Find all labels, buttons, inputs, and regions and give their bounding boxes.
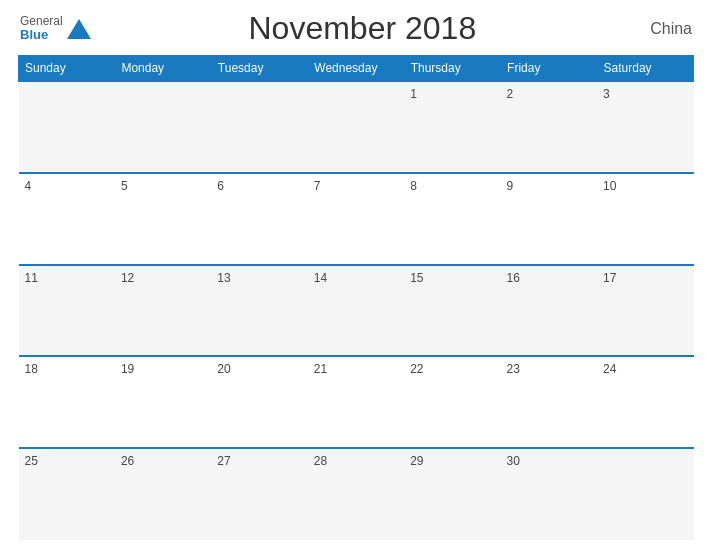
day-cell: 21 [308,356,404,448]
header-saturday: Saturday [597,56,693,82]
day-cell: 5 [115,173,211,265]
day-cell: 7 [308,173,404,265]
day-number: 16 [507,271,520,285]
day-cell: 9 [501,173,597,265]
day-cell: 18 [19,356,115,448]
calendar-container: General Blue November 2018 China Sunday … [0,0,712,550]
day-number: 22 [410,362,423,376]
day-cell: 28 [308,448,404,540]
day-number: 4 [25,179,32,193]
calendar-header: General Blue November 2018 China [18,10,694,47]
calendar-table: Sunday Monday Tuesday Wednesday Thursday… [18,55,694,540]
day-number: 11 [25,271,38,285]
day-cell: 27 [211,448,307,540]
svg-marker-0 [67,19,91,39]
logo: General Blue [20,15,93,43]
day-cell: 4 [19,173,115,265]
day-cell: 26 [115,448,211,540]
header-sunday: Sunday [19,56,115,82]
day-cell: 19 [115,356,211,448]
day-cell: 23 [501,356,597,448]
day-cell: 14 [308,265,404,357]
day-cell [115,81,211,173]
day-cell: 16 [501,265,597,357]
day-cell: 8 [404,173,500,265]
day-cell: 3 [597,81,693,173]
day-number: 5 [121,179,128,193]
header-friday: Friday [501,56,597,82]
header-wednesday: Wednesday [308,56,404,82]
day-number: 1 [410,87,417,101]
day-cell: 20 [211,356,307,448]
day-number: 10 [603,179,616,193]
day-cell: 24 [597,356,693,448]
day-number: 20 [217,362,230,376]
calendar-title: November 2018 [93,10,632,47]
day-cell [308,81,404,173]
day-number: 6 [217,179,224,193]
day-number: 29 [410,454,423,468]
day-cell: 25 [19,448,115,540]
header-tuesday: Tuesday [211,56,307,82]
week-row-1: 123 [19,81,694,173]
day-cell: 17 [597,265,693,357]
day-cell: 22 [404,356,500,448]
week-row-3: 11121314151617 [19,265,694,357]
logo-blue-text: Blue [20,28,63,42]
day-number: 13 [217,271,230,285]
day-number: 17 [603,271,616,285]
day-number: 30 [507,454,520,468]
calendar-body: 1234567891011121314151617181920212223242… [19,81,694,540]
day-cell: 2 [501,81,597,173]
country-label: China [632,20,692,38]
week-row-2: 45678910 [19,173,694,265]
day-cell [19,81,115,173]
day-number: 9 [507,179,514,193]
day-number: 19 [121,362,134,376]
day-number: 12 [121,271,134,285]
day-number: 18 [25,362,38,376]
day-cell: 6 [211,173,307,265]
day-number: 27 [217,454,230,468]
day-cell: 13 [211,265,307,357]
day-cell [211,81,307,173]
day-number: 7 [314,179,321,193]
day-number: 3 [603,87,610,101]
header-monday: Monday [115,56,211,82]
week-row-4: 18192021222324 [19,356,694,448]
day-cell [597,448,693,540]
day-number: 23 [507,362,520,376]
day-cell: 12 [115,265,211,357]
logo-icon [65,15,93,43]
days-header-row: Sunday Monday Tuesday Wednesday Thursday… [19,56,694,82]
day-number: 2 [507,87,514,101]
day-cell: 30 [501,448,597,540]
day-number: 14 [314,271,327,285]
day-number: 25 [25,454,38,468]
day-number: 28 [314,454,327,468]
day-cell: 11 [19,265,115,357]
day-number: 24 [603,362,616,376]
day-number: 21 [314,362,327,376]
day-cell: 10 [597,173,693,265]
week-row-5: 252627282930 [19,448,694,540]
day-number: 8 [410,179,417,193]
header-thursday: Thursday [404,56,500,82]
day-cell: 1 [404,81,500,173]
day-cell: 29 [404,448,500,540]
day-number: 15 [410,271,423,285]
logo-general-text: General [20,15,63,28]
day-cell: 15 [404,265,500,357]
day-number: 26 [121,454,134,468]
